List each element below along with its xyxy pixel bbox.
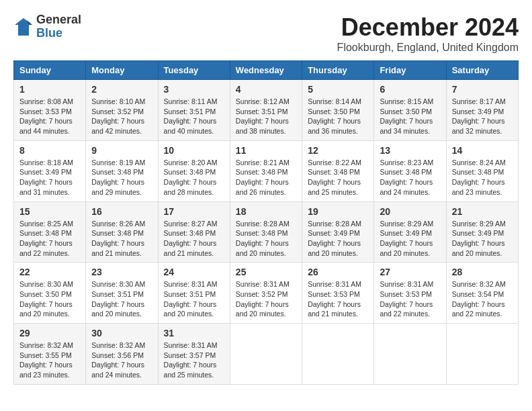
- cell-content: Sunrise: 8:31 AM Sunset: 3:52 PM Dayligh…: [236, 279, 296, 319]
- day-number: 31: [164, 328, 224, 338]
- cell-content: Sunrise: 8:31 AM Sunset: 3:53 PM Dayligh…: [380, 279, 440, 319]
- calendar-cell: 1Sunrise: 8:08 AM Sunset: 3:53 PM Daylig…: [14, 80, 86, 141]
- cell-content: Sunrise: 8:26 AM Sunset: 3:48 PM Dayligh…: [91, 219, 152, 259]
- month-title: December 2024: [337, 13, 519, 42]
- location: Flookburgh, England, United Kingdom: [337, 42, 519, 54]
- calendar-cell: 24Sunrise: 8:31 AM Sunset: 3:51 PM Dayli…: [158, 263, 230, 324]
- calendar-body: 1Sunrise: 8:08 AM Sunset: 3:53 PM Daylig…: [14, 80, 519, 385]
- col-tuesday: Tuesday: [158, 61, 230, 80]
- calendar-cell: 8Sunrise: 8:18 AM Sunset: 3:49 PM Daylig…: [14, 140, 86, 201]
- cell-content: Sunrise: 8:28 AM Sunset: 3:48 PM Dayligh…: [236, 219, 296, 259]
- day-number: 13: [380, 145, 440, 156]
- calendar-cell: 7Sunrise: 8:17 AM Sunset: 3:49 PM Daylig…: [446, 80, 518, 141]
- calendar-cell: 26Sunrise: 8:31 AM Sunset: 3:53 PM Dayli…: [302, 263, 374, 324]
- day-number: 16: [91, 206, 152, 217]
- cell-content: Sunrise: 8:30 AM Sunset: 3:50 PM Dayligh…: [19, 279, 80, 319]
- calendar-cell: 29Sunrise: 8:32 AM Sunset: 3:55 PM Dayli…: [14, 324, 86, 385]
- calendar-cell: 2Sunrise: 8:10 AM Sunset: 3:52 PM Daylig…: [86, 80, 158, 141]
- calendar-cell: 5Sunrise: 8:14 AM Sunset: 3:50 PM Daylig…: [302, 80, 374, 141]
- col-saturday: Saturday: [446, 61, 518, 80]
- cell-content: Sunrise: 8:15 AM Sunset: 3:50 PM Dayligh…: [380, 97, 440, 136]
- logo-icon: [13, 17, 34, 37]
- logo-blue: Blue: [36, 27, 81, 40]
- day-number: 9: [91, 145, 152, 156]
- day-number: 6: [380, 84, 440, 95]
- calendar-cell: [446, 324, 518, 385]
- calendar-week-row: 22Sunrise: 8:30 AM Sunset: 3:50 PM Dayli…: [14, 263, 519, 324]
- logo: General Blue: [13, 13, 81, 40]
- calendar-cell: 28Sunrise: 8:32 AM Sunset: 3:54 PM Dayli…: [446, 263, 518, 324]
- cell-content: Sunrise: 8:14 AM Sunset: 3:50 PM Dayligh…: [308, 97, 368, 136]
- title-area: December 2024 Flookburgh, England, Unite…: [337, 13, 519, 54]
- header: General Blue December 2024 Flookburgh, E…: [13, 13, 519, 54]
- day-number: 24: [164, 267, 224, 277]
- day-number: 19: [308, 206, 368, 217]
- calendar-cell: 6Sunrise: 8:15 AM Sunset: 3:50 PM Daylig…: [374, 80, 446, 141]
- cell-content: Sunrise: 8:31 AM Sunset: 3:51 PM Dayligh…: [164, 279, 224, 319]
- day-number: 10: [164, 145, 224, 156]
- calendar-cell: 27Sunrise: 8:31 AM Sunset: 3:53 PM Dayli…: [374, 263, 446, 324]
- calendar-cell: 4Sunrise: 8:12 AM Sunset: 3:51 PM Daylig…: [230, 80, 302, 141]
- calendar-cell: 21Sunrise: 8:29 AM Sunset: 3:49 PM Dayli…: [446, 201, 518, 263]
- calendar-cell: 25Sunrise: 8:31 AM Sunset: 3:52 PM Dayli…: [230, 263, 302, 324]
- calendar-cell: 30Sunrise: 8:32 AM Sunset: 3:56 PM Dayli…: [86, 324, 158, 385]
- cell-content: Sunrise: 8:18 AM Sunset: 3:49 PM Dayligh…: [19, 158, 80, 197]
- calendar-cell: 16Sunrise: 8:26 AM Sunset: 3:48 PM Dayli…: [86, 201, 158, 263]
- day-number: 7: [452, 84, 513, 95]
- cell-content: Sunrise: 8:23 AM Sunset: 3:48 PM Dayligh…: [380, 158, 440, 197]
- day-number: 5: [308, 84, 368, 95]
- logo-text: General Blue: [36, 13, 81, 40]
- day-number: 11: [236, 145, 296, 156]
- calendar-cell: 3Sunrise: 8:11 AM Sunset: 3:51 PM Daylig…: [158, 80, 230, 141]
- calendar-cell: 20Sunrise: 8:29 AM Sunset: 3:49 PM Dayli…: [374, 201, 446, 263]
- cell-content: Sunrise: 8:28 AM Sunset: 3:49 PM Dayligh…: [308, 219, 368, 259]
- col-thursday: Thursday: [302, 61, 374, 80]
- day-number: 8: [19, 145, 80, 156]
- calendar-table: Sunday Monday Tuesday Wednesday Thursday…: [13, 60, 519, 385]
- day-number: 12: [308, 145, 368, 156]
- svg-marker-0: [15, 18, 32, 36]
- calendar-cell: [302, 324, 374, 385]
- col-sunday: Sunday: [14, 61, 86, 80]
- calendar-cell: 23Sunrise: 8:30 AM Sunset: 3:51 PM Dayli…: [86, 263, 158, 324]
- day-number: 25: [236, 267, 296, 277]
- calendar-cell: 18Sunrise: 8:28 AM Sunset: 3:48 PM Dayli…: [230, 201, 302, 263]
- day-number: 23: [91, 267, 152, 277]
- calendar-cell: 19Sunrise: 8:28 AM Sunset: 3:49 PM Dayli…: [302, 201, 374, 263]
- cell-content: Sunrise: 8:32 AM Sunset: 3:54 PM Dayligh…: [452, 279, 513, 319]
- day-number: 20: [380, 206, 440, 217]
- cell-content: Sunrise: 8:32 AM Sunset: 3:55 PM Dayligh…: [19, 340, 80, 380]
- cell-content: Sunrise: 8:21 AM Sunset: 3:48 PM Dayligh…: [236, 158, 296, 197]
- day-number: 14: [452, 145, 513, 156]
- calendar-cell: 17Sunrise: 8:27 AM Sunset: 3:48 PM Dayli…: [158, 201, 230, 263]
- calendar-cell: [230, 324, 302, 385]
- day-number: 2: [91, 84, 152, 95]
- calendar-week-row: 29Sunrise: 8:32 AM Sunset: 3:55 PM Dayli…: [14, 324, 519, 385]
- calendar-cell: 9Sunrise: 8:19 AM Sunset: 3:48 PM Daylig…: [86, 140, 158, 201]
- cell-content: Sunrise: 8:31 AM Sunset: 3:57 PM Dayligh…: [164, 340, 224, 380]
- cell-content: Sunrise: 8:19 AM Sunset: 3:48 PM Dayligh…: [91, 158, 152, 197]
- day-number: 15: [19, 206, 80, 217]
- cell-content: Sunrise: 8:29 AM Sunset: 3:49 PM Dayligh…: [452, 219, 513, 259]
- calendar-cell: 14Sunrise: 8:24 AM Sunset: 3:48 PM Dayli…: [446, 140, 518, 201]
- day-number: 30: [91, 328, 152, 338]
- cell-content: Sunrise: 8:24 AM Sunset: 3:48 PM Dayligh…: [452, 158, 513, 197]
- calendar-cell: 11Sunrise: 8:21 AM Sunset: 3:48 PM Dayli…: [230, 140, 302, 201]
- calendar-cell: 10Sunrise: 8:20 AM Sunset: 3:48 PM Dayli…: [158, 140, 230, 201]
- day-number: 22: [19, 267, 80, 277]
- calendar-week-row: 8Sunrise: 8:18 AM Sunset: 3:49 PM Daylig…: [14, 140, 519, 201]
- cell-content: Sunrise: 8:20 AM Sunset: 3:48 PM Dayligh…: [164, 158, 224, 197]
- cell-content: Sunrise: 8:11 AM Sunset: 3:51 PM Dayligh…: [164, 97, 224, 136]
- cell-content: Sunrise: 8:17 AM Sunset: 3:49 PM Dayligh…: [452, 97, 513, 136]
- header-row: Sunday Monday Tuesday Wednesday Thursday…: [14, 61, 519, 80]
- col-wednesday: Wednesday: [230, 61, 302, 80]
- day-number: 27: [380, 267, 440, 277]
- cell-content: Sunrise: 8:10 AM Sunset: 3:52 PM Dayligh…: [91, 97, 152, 136]
- day-number: 18: [236, 206, 296, 217]
- cell-content: Sunrise: 8:08 AM Sunset: 3:53 PM Dayligh…: [19, 97, 80, 136]
- cell-content: Sunrise: 8:32 AM Sunset: 3:56 PM Dayligh…: [91, 340, 152, 380]
- day-number: 3: [164, 84, 224, 95]
- col-friday: Friday: [374, 61, 446, 80]
- calendar-cell: 31Sunrise: 8:31 AM Sunset: 3:57 PM Dayli…: [158, 324, 230, 385]
- day-number: 29: [19, 328, 80, 338]
